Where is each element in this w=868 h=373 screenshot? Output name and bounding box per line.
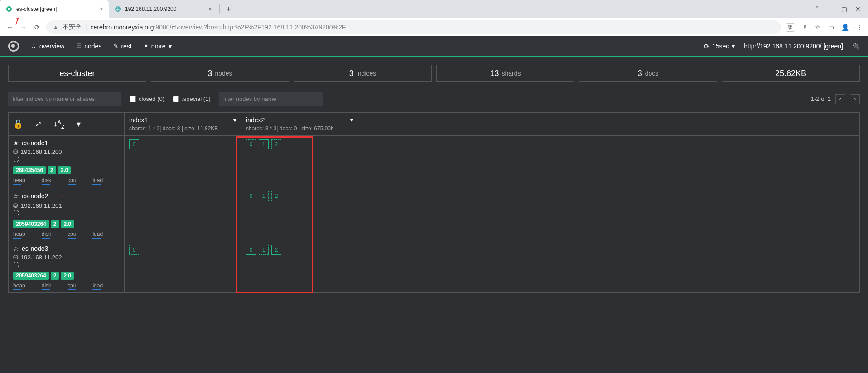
shard-box[interactable]: 2 xyxy=(271,191,281,201)
crop-icon: ⛶ xyxy=(13,262,120,268)
stat-badge: 2 xyxy=(51,272,59,280)
nav-more[interactable]: ✦more▾ xyxy=(144,43,172,50)
shard-box[interactable]: 0 xyxy=(129,245,139,255)
stat-badge: 2 xyxy=(48,166,56,174)
refresh-interval-dropdown[interactable]: ⟳15sec▾ xyxy=(704,43,735,50)
stats-row: es-cluster 3nodes 3indices 13shards 3doc… xyxy=(0,57,868,89)
window-controls: ˅ — ▢ ✕ xyxy=(808,0,868,18)
next-page-button[interactable]: › xyxy=(850,94,860,104)
star-icon: ★ xyxy=(13,139,19,147)
metric-load: load xyxy=(92,282,103,289)
star-icon: ☆ xyxy=(13,192,19,200)
node-cell[interactable]: ☆es-node3 ⛁192.168.11.202 ⛶ 205940326422… xyxy=(9,241,125,292)
reload-button[interactable]: ⟳ xyxy=(33,24,42,31)
shard-cell xyxy=(125,187,241,241)
nav-overview[interactable]: ⛬overview xyxy=(31,43,64,50)
special-checkbox[interactable]: .special (1) xyxy=(173,96,211,102)
close-icon[interactable]: × xyxy=(208,5,212,13)
metric-cpu: cpu xyxy=(68,282,76,289)
node-row: ★es-node1 ⛁192.168.11.200 ⛶ 26843545622.… xyxy=(9,136,859,187)
disk-icon: ⛁ xyxy=(13,148,18,155)
shard-cell: 012 xyxy=(241,241,358,292)
sort-az-icon[interactable]: ↓ᴬz xyxy=(53,119,65,130)
grid-header-row: 🔓 ⤢ ↓ᴬz ▾ index1▾ shards: 1 * 2| docs: 3… xyxy=(9,113,859,136)
browser-tab-1[interactable]: 192.168.11.200:9200 × xyxy=(109,0,217,18)
maximize-icon[interactable]: ▢ xyxy=(841,5,847,13)
index-header-1[interactable]: index2▾ shards: 3 * 3| docs: 0 | size: 6… xyxy=(241,113,358,135)
caret-down-icon[interactable]: ▾ xyxy=(233,116,236,124)
node-ip-label: 192.168.11.202 xyxy=(21,254,62,261)
metric-heap: heap xyxy=(13,177,25,183)
index-filter-input[interactable] xyxy=(8,92,121,106)
star-icon[interactable]: ☆ xyxy=(815,24,821,31)
shard-cell: 012 xyxy=(241,187,358,241)
nav-nodes[interactable]: ☰nodes xyxy=(76,43,101,50)
stat-badge: 2059403264 xyxy=(13,272,49,280)
prev-page-button[interactable]: ‹ xyxy=(835,94,845,104)
plug-icon[interactable]: 🔌 xyxy=(852,43,860,50)
shard-cell: 012 xyxy=(241,136,358,187)
app-navbar: ⛬overview ☰nodes ✎rest ✦more▾ ⟳15sec▾ ht… xyxy=(0,36,868,56)
metric-heap: heap xyxy=(13,282,25,289)
refresh-icon: ⟳ xyxy=(704,43,709,50)
pager: 1-2 of 2 ‹ › xyxy=(811,94,860,104)
insecure-icon: ▲ xyxy=(53,24,59,31)
shard-box[interactable]: 1 xyxy=(259,191,269,201)
shard-box[interactable]: 0 xyxy=(246,191,256,201)
minimize-icon[interactable]: — xyxy=(827,5,833,13)
forward-button[interactable]: → xyxy=(19,24,28,31)
crop-icon: ⛶ xyxy=(13,156,120,163)
node-name-label: es-node1 xyxy=(22,139,48,147)
new-tab-button[interactable]: + xyxy=(222,0,236,18)
caret-down-icon[interactable]: ▾ xyxy=(77,119,81,129)
close-window-icon[interactable]: ✕ xyxy=(855,5,861,13)
profile-icon[interactable]: 👤 xyxy=(841,24,849,31)
tab-title: 192.168.11.200:9200 xyxy=(125,6,205,12)
shard-box[interactable]: 1 xyxy=(259,245,269,255)
shard-box[interactable]: 1 xyxy=(259,139,269,149)
stat-badge: 2.0 xyxy=(61,272,74,280)
empty-header xyxy=(592,113,859,135)
insecure-label: 不安全 xyxy=(63,23,82,31)
node-name-label: es-node2 xyxy=(22,192,48,200)
close-icon[interactable]: × xyxy=(100,5,103,13)
cluster-grid: 🔓 ⤢ ↓ᴬz ▾ index1▾ shards: 1 * 2| docs: 3… xyxy=(8,112,860,293)
url-input[interactable]: ▲ 不安全 | cerebro.mooreyxia.org:9000/#!/ov… xyxy=(46,20,781,34)
stat-badge: 268435456 xyxy=(13,166,46,174)
shard-cell: 0 xyxy=(125,241,241,292)
unlock-icon[interactable]: 🔓 xyxy=(13,119,23,129)
stat-docs: 3docs xyxy=(579,65,717,82)
caret-down-icon[interactable]: ▾ xyxy=(350,116,353,124)
reading-list-icon[interactable]: ▭ xyxy=(828,24,834,31)
shard-box[interactable]: 2 xyxy=(271,245,281,255)
node-ip-label: 192.168.11.201 xyxy=(21,202,62,209)
share-icon[interactable]: ⇪ xyxy=(802,24,808,31)
filter-row: closed (0) .special (1) 1-2 of 2 ‹ › xyxy=(0,89,868,112)
host-link[interactable]: http://192.168.11.200:9200/ [green] xyxy=(744,43,843,50)
shard-box[interactable]: 0 xyxy=(129,139,139,149)
kebab-menu-icon[interactable]: ⋮ xyxy=(856,24,863,31)
browser-tab-0[interactable]: es-cluster[green] × xyxy=(0,0,109,18)
back-button[interactable]: ← xyxy=(5,24,14,31)
shard-box[interactable]: 0 xyxy=(246,139,256,149)
node-filter-input[interactable] xyxy=(219,92,323,106)
node-cell[interactable]: ★es-node1 ⛁192.168.11.200 ⛶ 26843545622.… xyxy=(9,136,125,187)
brand-logo-icon[interactable] xyxy=(8,41,19,52)
sitemap-icon: ⛬ xyxy=(31,43,37,49)
crop-icon: ⛶ xyxy=(13,210,120,216)
nav-rest[interactable]: ✎rest xyxy=(113,43,131,50)
index-header-0[interactable]: index1▾ shards: 1 * 2| docs: 3 | size: 1… xyxy=(125,113,241,135)
shard-box[interactable]: 2 xyxy=(271,139,281,149)
shard-box[interactable]: 0 xyxy=(246,245,256,255)
node-cell[interactable]: ☆es-node2← ⛁192.168.11.201 ⛶ 20594032642… xyxy=(9,187,125,241)
svg-point-1 xyxy=(8,8,10,10)
metric-disk: disk xyxy=(42,231,51,237)
empty-header xyxy=(475,113,592,135)
address-bar: ← → ⟳ ▲ 不安全 | cerebro.mooreyxia.org:9000… xyxy=(0,18,868,36)
expand-icon[interactable]: ⤢ xyxy=(35,119,42,129)
closed-checkbox[interactable]: closed (0) xyxy=(130,96,164,102)
translate-icon[interactable]: 訳 xyxy=(786,23,795,32)
url-host: cerebro.mooreyxia.org xyxy=(91,24,154,31)
chevron-down-icon[interactable]: ˅ xyxy=(815,5,819,13)
node-name-label: es-node3 xyxy=(22,245,48,252)
